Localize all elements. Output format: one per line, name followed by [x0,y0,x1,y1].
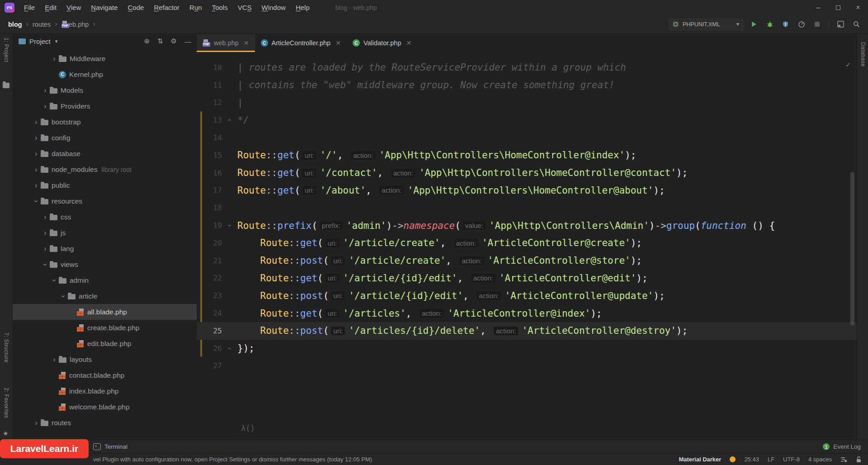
line-number[interactable]: 18 [197,204,222,212]
fold-marker[interactable]: › [222,222,237,229]
tab-Validator.php[interactable]: CValidator.php✕ [347,34,417,52]
collapse-all-icon[interactable]: ⇅ [157,37,163,45]
line-number[interactable]: 17 [197,186,222,195]
tree-item-public[interactable]: ›public [13,177,197,193]
tree-item-layouts[interactable]: ›layouts [13,351,197,367]
tab-ArticleController.php[interactable]: CArticleController.php✕ [255,34,347,52]
code-line-21[interactable]: 21 Route::post(uri:'/article/create', ac… [197,252,857,270]
locate-icon[interactable]: ⊕ [144,37,150,45]
fold-end-icon[interactable]: › [226,346,233,351]
encoding-widget[interactable]: UTF-8 [783,456,800,463]
tool-stripe-structure[interactable]: 7: Structure [3,332,9,363]
code-line-18[interactable]: 18 [197,199,857,217]
tree-item-Providers[interactable]: ›Providers [13,98,197,114]
line-number[interactable]: 20 [197,239,222,247]
line-number[interactable]: 27 [197,361,222,370]
chevron-right-icon[interactable]: › [32,119,41,126]
code-line-13[interactable]: 13›*/ [197,111,857,129]
menu-run[interactable]: Run [184,0,207,15]
caret-position-widget[interactable]: 25:43 [744,456,759,463]
tree-item-admin[interactable]: ›admin [13,272,197,288]
tool-stripe-favorites[interactable]: 2: Favorites [3,388,9,418]
menu-view[interactable]: View [61,0,86,15]
project-panel-title[interactable]: Project [29,38,51,45]
tree-item-create.blade.php[interactable]: create.blade.php [13,320,197,336]
code-line-17[interactable]: 17Route::get(uri:'/about', action:'App\H… [197,182,857,199]
breadcrumb-web.php[interactable]: PHPweb.php [61,21,89,28]
menu-vcs[interactable]: VCS [233,0,257,15]
search-everywhere-icon[interactable] [850,18,863,30]
code-line-26[interactable]: 26›}); [197,340,857,357]
debug-button[interactable] [764,18,776,30]
minimize-button[interactable]: – [808,0,828,15]
folder-icon[interactable] [3,83,9,88]
line-separator-widget[interactable]: LF [768,456,774,463]
tree-item-resources[interactable]: ›resources [13,193,197,209]
code-line-25[interactable]: 25 Route::post(uri:'/articles/{id}/delet… [197,322,857,340]
tab-close-icon[interactable]: ✕ [406,39,411,47]
line-number[interactable]: 21 [197,256,222,265]
chevron-right-icon[interactable]: › [32,150,41,157]
status-message[interactable]: vel Plugin with auto configuration now, … [93,456,372,463]
tree-item-contact.blade.php[interactable]: contact.blade.php [13,367,197,383]
tree-item-index.blade.php[interactable]: index.blade.php [13,383,197,399]
chevron-right-icon[interactable]: › [41,87,50,94]
star-icon[interactable]: ★ [3,430,9,437]
code-line-14[interactable]: 14 [197,129,857,147]
lock-icon[interactable] [856,456,862,463]
code-line-11[interactable]: 11| contains the "web" middleware group.… [197,76,857,94]
menu-refactor[interactable]: Refactor [149,0,184,15]
tab-web.php[interactable]: PHPweb.php✕ [197,34,255,52]
line-number[interactable]: 23 [197,291,222,300]
coverage-button[interactable] [779,18,792,30]
code-line-16[interactable]: 16Route::get(uri:'/contact', action:'App… [197,164,857,182]
code-line-12[interactable]: 12| [197,94,857,112]
chevron-right-icon[interactable]: › [41,103,50,110]
line-number[interactable]: 26 [197,344,222,353]
chevron-right-icon[interactable]: › [41,245,50,252]
run-button[interactable] [748,18,760,30]
code-editor[interactable]: 10| routes are loaded by the RouteServic… [197,52,857,440]
fold-end-icon[interactable]: › [226,118,233,122]
code-line-27[interactable]: 27 [197,357,857,375]
chevron-right-icon[interactable]: › [32,134,41,142]
code-line-15[interactable]: 15Route::get(uri:'/', action:'App\Http\C… [197,147,857,164]
breadcrumb-blog[interactable]: blog [8,21,22,28]
chevron-right-icon[interactable]: › [41,214,50,221]
line-number[interactable]: 14 [197,133,222,142]
chevron-right-icon[interactable]: › [50,55,59,62]
tree-item-config[interactable]: ›config [13,130,197,146]
orange-dot-indicator[interactable] [730,456,736,462]
line-number[interactable]: 25 [197,327,222,335]
line-number[interactable]: 12 [197,98,222,107]
layout-button[interactable] [835,18,847,30]
line-number[interactable]: 19 [197,221,222,230]
tree-item-views[interactable]: ›views [13,256,197,272]
menu-tools[interactable]: Tools [207,0,233,15]
tree-item-node_modules[interactable]: ›node_moduleslibrary root [13,161,197,177]
chevron-right-icon[interactable]: › [32,419,41,427]
tool-stripe-project[interactable]: 1: Project [3,38,9,62]
chevron-down-icon[interactable]: › [42,260,49,269]
tab-close-icon[interactable]: ✕ [335,39,341,47]
tree-item-css[interactable]: ›css [13,209,197,225]
chevron-right-icon[interactable]: › [50,356,59,363]
tree-item-Models[interactable]: ›Models [13,82,197,98]
stop-button[interactable] [811,18,823,30]
menu-help[interactable]: Help [291,0,315,15]
hide-icon[interactable]: — [184,38,191,45]
tree-item-lang[interactable]: ›lang [13,241,197,256]
gear-icon[interactable]: ⚙ [171,37,177,45]
line-number[interactable]: 13 [197,116,222,124]
tree-item-article[interactable]: ›article [13,288,197,304]
tree-item-welcome.blade.php[interactable]: welcome.blade.php [13,399,197,415]
fold-marker[interactable]: › [222,117,237,123]
maximize-button[interactable] [828,0,848,15]
code-line-24[interactable]: 24 Route::get(uri:'/articles', action:'A… [197,304,857,322]
tab-close-icon[interactable]: ✕ [244,39,249,47]
tree-item-Kernel.php[interactable]: CKernel.php [13,66,197,82]
code-line-19[interactable]: 19›Route::prefix(prefix:'admin')->namesp… [197,217,857,234]
line-number[interactable]: 24 [197,309,222,318]
code-line-20[interactable]: 20 Route::get(uri:'/article/create', act… [197,234,857,252]
tree-item-routes[interactable]: ›routes [13,415,197,431]
